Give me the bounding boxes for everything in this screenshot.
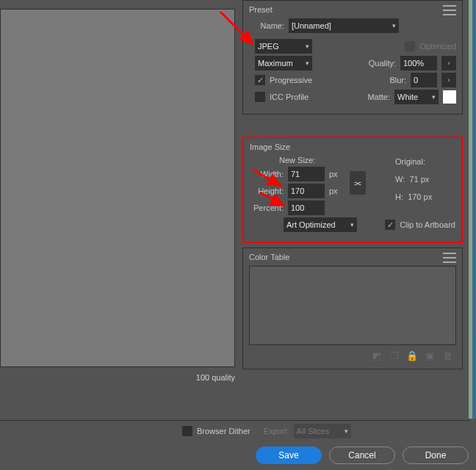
height-label: Height: bbox=[253, 187, 284, 195]
export-value: All Slices bbox=[297, 427, 330, 435]
width-unit: px bbox=[329, 170, 338, 178]
name-dropdown[interactable]: [Unnamed]▾ bbox=[289, 18, 399, 33]
new-size-label: New Size: bbox=[279, 156, 316, 164]
blur-label: Blur: bbox=[389, 76, 406, 84]
matte-swatch[interactable] bbox=[443, 90, 456, 104]
color-table-title: Color Table bbox=[249, 253, 456, 261]
width-label: Width: bbox=[253, 170, 284, 178]
height-input[interactable] bbox=[288, 184, 325, 198]
format-value: JPEG bbox=[258, 42, 279, 51]
image-size-title: Image Size bbox=[250, 142, 455, 151]
height-unit: px bbox=[329, 187, 338, 195]
name-value: [Unnamed] bbox=[292, 21, 331, 30]
pick-icon: ◩ bbox=[371, 350, 383, 361]
width-input[interactable] bbox=[288, 167, 325, 181]
blur-step[interactable]: › bbox=[441, 73, 456, 87]
new-icon: ▣ bbox=[424, 350, 436, 361]
browser-dither-checkbox[interactable] bbox=[182, 426, 192, 436]
icc-label: ICC Profile bbox=[270, 93, 309, 101]
preset-title: Preset bbox=[249, 5, 456, 14]
preset-section: Preset Name: [Unnamed]▾ JPEG▾ Optimized … bbox=[242, 0, 463, 115]
browser-dither-label: Browser Dither bbox=[197, 427, 250, 435]
blur-value[interactable]: 0 bbox=[411, 73, 437, 87]
menu-icon[interactable] bbox=[443, 253, 456, 263]
right-strip bbox=[469, 0, 476, 419]
quality-value[interactable]: 100% bbox=[400, 56, 437, 70]
preview-area[interactable] bbox=[0, 9, 235, 367]
cube-icon: ❒ bbox=[389, 350, 400, 361]
export-label: Export: bbox=[264, 427, 289, 435]
matte-label: Matte: bbox=[367, 93, 390, 101]
original-title: Original: bbox=[395, 157, 452, 166]
bottom-bar: Browser Dither Export: All Slices▾ bbox=[0, 420, 470, 441]
matte-value: White bbox=[397, 93, 418, 101]
color-table-toolbar: ◩ ❒ 🔒 ▣ 🗑 bbox=[249, 350, 456, 361]
cancel-button[interactable]: Cancel bbox=[329, 446, 395, 464]
export-dropdown: All Slices▾ bbox=[294, 424, 351, 438]
button-row: Save Cancel Done bbox=[256, 446, 469, 464]
optimize-value: Art Optimized bbox=[286, 220, 336, 229]
image-size-section: Image Size Original: W: 71 px H: 170 px … bbox=[242, 137, 463, 243]
quality-step[interactable]: › bbox=[441, 56, 456, 70]
optimize-dropdown[interactable]: Art Optimized▾ bbox=[284, 217, 357, 232]
icc-checkbox[interactable] bbox=[255, 92, 265, 102]
optimized-checkbox bbox=[405, 41, 415, 51]
save-button[interactable]: Save bbox=[256, 446, 322, 464]
name-label: Name: bbox=[255, 21, 284, 30]
progressive-checkbox[interactable] bbox=[255, 75, 265, 85]
percent-label: Percent: bbox=[253, 203, 284, 212]
optimized-label: Optimized bbox=[419, 42, 456, 51]
quality-preset-value: Maximum bbox=[258, 59, 293, 68]
percent-input[interactable] bbox=[288, 200, 325, 215]
lock-icon: 🔒 bbox=[406, 350, 418, 361]
clip-checkbox[interactable] bbox=[385, 220, 395, 230]
trash-icon: 🗑 bbox=[441, 350, 453, 361]
link-aspect-icon[interactable]: ⫘ bbox=[350, 171, 366, 195]
quality-preset-dropdown[interactable]: Maximum▾ bbox=[255, 56, 312, 70]
format-dropdown[interactable]: JPEG▾ bbox=[255, 39, 312, 54]
progressive-label: Progressive bbox=[270, 76, 312, 84]
menu-icon[interactable] bbox=[443, 5, 456, 15]
color-table-section: Color Table ◩ ❒ 🔒 ▣ 🗑 bbox=[242, 247, 463, 369]
matte-dropdown[interactable]: White▾ bbox=[394, 90, 439, 104]
done-button[interactable]: Done bbox=[403, 446, 469, 464]
color-table-body bbox=[249, 266, 456, 345]
clip-label: Clip to Artboard bbox=[400, 220, 455, 229]
quality-label: Quality: bbox=[369, 59, 396, 68]
quality-readout: 100 quality bbox=[0, 373, 235, 382]
